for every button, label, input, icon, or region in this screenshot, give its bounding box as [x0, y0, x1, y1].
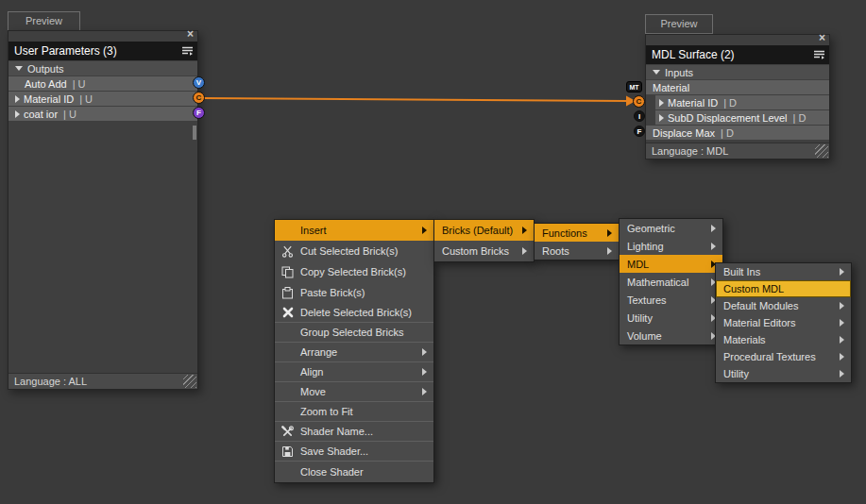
menu-item-utility[interactable]: Utility [620, 309, 722, 327]
properties-list-icon[interactable] [181, 46, 194, 56]
menu-item-close-shader[interactable]: Close Shader [275, 462, 433, 482]
menu-item-custom-bricks[interactable]: Custom Bricks [434, 241, 534, 261]
menu-item-built-ins[interactable]: Built Ins [716, 263, 851, 280]
menu-item-label: Zoom to Fit [300, 406, 427, 417]
menu-item-shader-name[interactable]: Shader Name... [275, 422, 433, 442]
preview-tab-left[interactable]: Preview [8, 11, 80, 31]
menu-item-arrange[interactable]: Arrange [275, 343, 433, 362]
row-displace-max[interactable]: Displace Max | D [646, 126, 829, 140]
menu-item-bricks-default[interactable]: Bricks (Default) [434, 220, 534, 241]
delete-x-icon [275, 307, 300, 318]
menu-item-label: Textures [627, 294, 711, 306]
connector-float-output[interactable]: F [193, 107, 205, 119]
menu-item-label: Built Ins [723, 266, 840, 277]
menu-item-material-editors[interactable]: Material Editors [716, 314, 851, 331]
row-material[interactable]: Material [646, 80, 829, 94]
menu-item-label: Insert [300, 225, 422, 236]
inputs-section-row[interactable]: Inputs [646, 65, 829, 79]
submenu-arrow-icon [711, 243, 716, 250]
submenu-arrow-icon [522, 247, 527, 255]
collapse-arrow-icon[interactable] [653, 70, 660, 75]
preview-tab-right[interactable]: Preview [645, 14, 713, 34]
submenu-arrow-icon [840, 370, 844, 378]
row-coat-ior[interactable]: coat ior | U [8, 107, 197, 121]
row-material-id-in[interactable]: Material ID | D [655, 95, 829, 109]
expand-arrow-icon[interactable] [15, 95, 20, 103]
properties-list-icon[interactable] [813, 50, 825, 59]
menu-item-copy[interactable]: Copy Selected Brick(s) [275, 261, 433, 282]
menu-item-label: Custom MDL [723, 283, 844, 294]
scrollbar-thumb[interactable] [193, 126, 196, 140]
connector-integer-input[interactable]: I [634, 110, 645, 122]
submenu-arrow-icon [422, 348, 427, 356]
connector-color-output[interactable]: C [193, 92, 205, 104]
connector-value-output[interactable]: V [193, 76, 205, 89]
connector-float-input[interactable]: F [634, 126, 645, 137]
menu-item-align[interactable]: Align [275, 362, 433, 382]
collapse-arrow-icon[interactable] [15, 66, 23, 71]
node-user-parameters: × User Parameters (3) Outputs Auto Add |… [8, 30, 198, 390]
menu-item-label: Utility [723, 368, 840, 379]
expand-arrow-icon[interactable] [659, 99, 664, 107]
language-label: Language : ALL [14, 376, 87, 387]
close-icon[interactable]: × [187, 28, 194, 40]
expand-arrow-icon[interactable] [659, 114, 664, 122]
section-label: Outputs [27, 63, 64, 75]
menu-item-lighting[interactable]: Lighting [620, 237, 722, 255]
menu-item-label: Custom Bricks [442, 245, 522, 257]
menu-item-textures[interactable]: Textures [620, 291, 722, 309]
menu-item-insert[interactable]: Insert [275, 220, 433, 241]
menu-item-roots[interactable]: Roots [535, 242, 619, 260]
row-label: Displace Max [653, 127, 715, 139]
node-header-mdl-surface[interactable]: MDL Surface (2) [646, 45, 829, 64]
menu-item-label: Save Shader... [300, 445, 427, 457]
menu-item-label: Paste Brick(s) [300, 287, 427, 298]
row-type-tag: | U [79, 93, 93, 105]
submenu-arrow-icon [422, 227, 427, 234]
menu-item-zoom-to-fit[interactable]: Zoom to Fit [275, 402, 433, 422]
menu-item-move[interactable]: Move [275, 382, 433, 402]
menu-item-label: Default Modules [723, 300, 840, 311]
menu-item-group[interactable]: Group Selected Bricks [275, 323, 433, 343]
outputs-section-row[interactable]: Outputs [8, 61, 197, 76]
menu-item-mdl[interactable]: MDL [620, 255, 722, 273]
connector-material-input[interactable]: MT [626, 81, 642, 92]
menu-item-delete[interactable]: Delete Selected Brick(s) [275, 303, 433, 323]
row-label: Auto Add [25, 78, 67, 90]
menu-item-geometric[interactable]: Geometric [620, 219, 722, 237]
menu-item-label: Material Editors [723, 317, 840, 328]
menu-item-label: Move [300, 386, 422, 397]
node-header-user-parameters[interactable]: User Parameters (3) [8, 42, 197, 60]
menu-item-custom-mdl[interactable]: Custom MDL [716, 280, 851, 297]
section-label: Inputs [665, 67, 693, 78]
expand-arrow-icon[interactable] [15, 110, 20, 118]
node-title: User Parameters (3) [14, 44, 117, 58]
row-material-id-out[interactable]: Material ID | U [8, 92, 197, 106]
row-auto-add[interactable]: Auto Add | U [8, 76, 197, 91]
node-title: MDL Surface (2) [652, 48, 735, 61]
row-subd-displacement-level[interactable]: SubD Displacement Level | D [655, 110, 829, 125]
close-icon[interactable]: × [819, 32, 825, 43]
submenu-arrow-icon [840, 353, 844, 361]
menu-item-procedural-textures[interactable]: Procedural Textures [716, 348, 851, 365]
menu-item-cut[interactable]: Cut Selected Brick(s) [275, 241, 433, 261]
menu-item-paste[interactable]: Paste Brick(s) [275, 282, 433, 303]
menu-item-label: Arrange [300, 346, 422, 358]
submenu-arrow-icon [840, 268, 844, 276]
menu-item-mathematical[interactable]: Mathematical [620, 273, 722, 291]
menu-item-default-modules[interactable]: Default Modules [716, 297, 851, 314]
resize-grip[interactable] [815, 144, 828, 158]
row-label: Material [653, 82, 689, 93]
copy-icon [275, 266, 300, 278]
row-label: SubD Displacement Level [668, 112, 788, 124]
menu-item-label: Procedural Textures [723, 351, 840, 362]
menu-item-volume[interactable]: Volume [620, 327, 722, 344]
connector-color-input[interactable]: C [633, 95, 645, 108]
menu-item-utility-mdl[interactable]: Utility [716, 365, 851, 382]
menu-item-materials[interactable]: Materials [716, 331, 851, 348]
row-label: coat ior [24, 109, 58, 120]
menu-item-functions[interactable]: Functions [535, 224, 619, 242]
menu-item-save-shader[interactable]: Save Shader... [275, 442, 433, 462]
resize-grip[interactable] [183, 375, 196, 388]
menu-item-label: Roots [542, 245, 607, 257]
